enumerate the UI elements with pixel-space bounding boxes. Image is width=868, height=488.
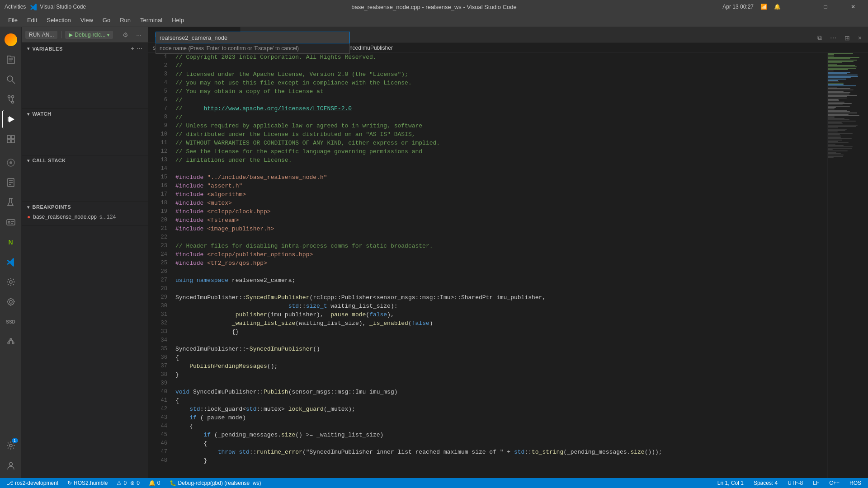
activity-account[interactable]	[2, 456, 20, 474]
maximize-button[interactable]: □	[815, 0, 836, 14]
code-line-8: //	[175, 113, 827, 122]
status-bar-right: Ln 1, Col 1 Spaces: 4 UTF-8 LF C++ ROS	[715, 480, 863, 486]
activity-ros3[interactable]	[2, 333, 20, 351]
activity-search[interactable]	[2, 70, 20, 89]
spaces-label: Spaces: 4	[754, 480, 778, 486]
activity-remote[interactable]	[2, 213, 20, 231]
minimap-line	[828, 149, 833, 150]
minimap-line	[828, 108, 835, 109]
minimap-line	[828, 134, 840, 135]
activity-explorer[interactable]	[2, 51, 20, 69]
minimap-line	[828, 111, 850, 112]
code-line-3: // Licensed under the Apache License, Ve…	[175, 70, 827, 79]
menu-go[interactable]: Go	[99, 15, 114, 25]
minimize-button[interactable]: ─	[788, 0, 808, 14]
line-number-7: 7	[152, 104, 167, 113]
menu-help[interactable]: Help	[168, 15, 188, 25]
menu-selection[interactable]: Selection	[43, 15, 74, 25]
breakpoints-header[interactable]: ▾ BREAKPOINTS	[22, 202, 148, 212]
layout-icon[interactable]: ⊞	[842, 33, 853, 42]
variables-add-icon[interactable]: +	[131, 45, 134, 52]
call-stack-header[interactable]: ▾ CALL STACK	[22, 155, 148, 165]
activity-run-debug[interactable]	[2, 110, 20, 128]
status-eol[interactable]: LF	[811, 480, 821, 486]
activity-source-control[interactable]	[2, 90, 20, 108]
menu-terminal[interactable]: Terminal	[137, 15, 166, 25]
minimap-line	[828, 54, 834, 55]
line-number-24: 24	[152, 250, 167, 259]
status-encoding[interactable]: UTF-8	[785, 480, 805, 486]
watch-header[interactable]: ▾ WATCH	[22, 109, 148, 119]
activity-ros1[interactable]	[2, 273, 20, 291]
encoding-label: UTF-8	[788, 480, 803, 486]
menu-view[interactable]: View	[77, 15, 97, 25]
menu-edit[interactable]: Edit	[24, 15, 41, 25]
line-number-27: 27	[152, 276, 167, 285]
code-line-37: PublishPendingMessages();	[175, 362, 827, 371]
activities-label[interactable]: Activities	[5, 4, 26, 10]
debug-config-button[interactable]: ▶ Debug-rclc... ▾	[65, 31, 113, 39]
minimap-line	[828, 79, 846, 80]
status-position[interactable]: Ln 1, Col 1	[715, 480, 746, 486]
activity-test[interactable]	[2, 193, 20, 211]
status-language[interactable]: C++	[827, 480, 842, 486]
minimap-line	[828, 68, 856, 69]
minimap-line	[828, 76, 858, 77]
status-git-branch[interactable]: ⎇ ros2-development	[5, 480, 61, 486]
activity-ros2[interactable]	[2, 293, 20, 311]
line-number-40: 40	[152, 388, 167, 396]
status-bar: ⎇ ros2-development ↻ ROS2.humble ⚠ 0 ⊗ 0…	[0, 478, 868, 488]
minimap-line	[828, 107, 836, 108]
status-errors[interactable]: ⚠ 0 ⊗ 0	[114, 480, 142, 486]
code-line-42: std::lock_guard<std::mutex> lock_guard(_…	[175, 405, 827, 413]
more-icon[interactable]: ···	[133, 30, 144, 39]
variables-more-icon[interactable]: ⋯	[137, 45, 143, 52]
split-editor-icon[interactable]: ⧉	[815, 33, 825, 42]
call-stack-label: CALL STACK	[33, 158, 66, 163]
variables-header[interactable]: ▾ VARIABLES + ⋯	[22, 43, 148, 54]
activity-settings[interactable]: 1	[2, 436, 20, 455]
line-numbers: 1234567891011121314151617181920212223242…	[148, 53, 171, 478]
git-branch-label: ros2-development	[15, 480, 58, 486]
minimap-line	[828, 64, 837, 65]
activity-vscode[interactable]	[2, 253, 20, 271]
minimap-line	[828, 152, 836, 153]
code-line-16: #include "assert.h"	[175, 182, 827, 190]
activity-notebook[interactable]	[2, 174, 20, 192]
activity-extensions[interactable]	[2, 130, 20, 148]
activity-firefox[interactable]	[2, 31, 20, 49]
status-debug[interactable]: 🐛 Debug-rclcpp(gbd) (realsense_ws)	[167, 480, 264, 486]
breadcrumb-symbol[interactable]: SyncedImuPublisher	[343, 45, 393, 51]
minimap-line	[828, 65, 855, 66]
activity-docker[interactable]	[2, 154, 20, 172]
line-number-8: 8	[152, 113, 167, 122]
panel-close-icon[interactable]: ×	[855, 33, 864, 42]
status-bell[interactable]: 🔔 0	[146, 480, 163, 486]
minimap-line	[828, 103, 852, 104]
status-ros[interactable]: ROS	[847, 480, 863, 486]
status-spaces[interactable]: Spaces: 4	[751, 480, 780, 486]
close-button[interactable]: ✕	[843, 0, 863, 14]
activity-nvidia[interactable]: N	[2, 233, 20, 251]
menu-file[interactable]: File	[5, 15, 21, 25]
variables-content	[22, 54, 148, 108]
minimap-line	[828, 153, 841, 154]
minimap-line	[828, 127, 838, 128]
node-name-input[interactable]	[156, 32, 350, 43]
menu-run[interactable]: Run	[116, 15, 134, 25]
line-number-30: 30	[152, 302, 167, 310]
line-number-6: 6	[152, 96, 167, 104]
minimap-line	[828, 87, 837, 88]
status-sync[interactable]: ↻ ROS2.humble	[65, 480, 110, 486]
settings-icon[interactable]: ⚙	[120, 30, 131, 39]
minimap-line	[828, 98, 847, 99]
activity-ssd[interactable]: SSD	[2, 313, 20, 331]
code-editor: 1234567891011121314151617181920212223242…	[148, 53, 868, 478]
run-button[interactable]: RUN AN...	[25, 31, 57, 39]
code-content[interactable]: // Copyright 2023 Intel Corporation. All…	[171, 53, 827, 478]
app-title: Visual Studio Code	[40, 4, 86, 10]
svg-point-31	[9, 463, 12, 466]
line-number-13: 13	[152, 156, 167, 164]
more-actions-icon[interactable]: ⋯	[827, 33, 839, 42]
line-number-44: 44	[152, 422, 167, 431]
